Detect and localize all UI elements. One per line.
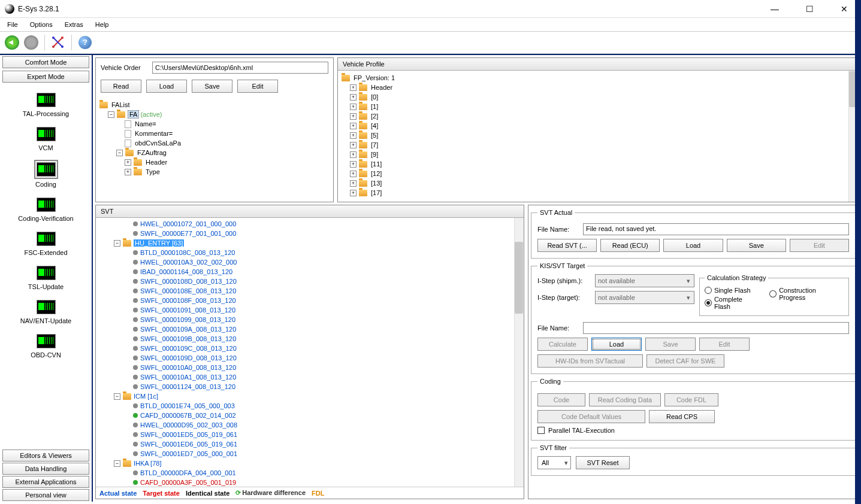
- personal-view-button[interactable]: Personal view: [2, 489, 89, 501]
- svt-tree-item[interactable]: SWFL_0000108D_008_013_120: [98, 277, 510, 286]
- vp-tree[interactable]: FP_Version: 1+Header+[0]+[1]+[2]+[4]+[5]…: [338, 71, 858, 202]
- tree-expand-icon[interactable]: +: [350, 84, 357, 91]
- tree-collapse-icon[interactable]: −: [114, 460, 120, 467]
- code-button[interactable]: Code: [537, 393, 585, 406]
- tree-expand-icon[interactable]: +: [350, 94, 357, 101]
- svt-tree-item[interactable]: SWFL_0000108F_008_013_120: [98, 296, 510, 305]
- editors-viewers-button[interactable]: Editors & Viewers: [2, 450, 89, 462]
- tree-expand-icon[interactable]: +: [350, 171, 357, 177]
- radio-construction-progress[interactable]: Construction Progress: [769, 287, 844, 301]
- vp-tree-item[interactable]: +[13]: [342, 178, 854, 188]
- read-svt-button[interactable]: Read SVT (...: [537, 239, 597, 252]
- vp-tree-item[interactable]: +[12]: [342, 169, 854, 178]
- tree-expand-icon[interactable]: +: [350, 180, 357, 187]
- data-handling-button[interactable]: Data Handling: [2, 463, 89, 475]
- nav-coding[interactable]: Coding: [0, 159, 92, 189]
- tree-expand-icon[interactable]: +: [350, 190, 357, 196]
- svt-tree-item[interactable]: CAFD_0000067B_002_014_002: [98, 411, 510, 420]
- minimize-button[interactable]: —: [763, 1, 787, 17]
- connect-button[interactable]: [50, 34, 67, 51]
- nav-tal-processing[interactable]: TAL-Processing: [0, 90, 92, 119]
- vp-tree-item[interactable]: +[7]: [342, 140, 854, 150]
- back-button[interactable]: [4, 34, 20, 51]
- read-ecu-button[interactable]: Read (ECU): [600, 239, 660, 252]
- radio-single-flash[interactable]: Single Flash: [705, 287, 760, 294]
- detect-caf-button[interactable]: Detect CAF for SWE: [646, 354, 724, 368]
- svt-tree-item[interactable]: SWFL_00001ED7_005_000_001: [98, 449, 510, 459]
- kis-edit-button[interactable]: Edit: [699, 338, 750, 351]
- svt-tree-item[interactable]: SWFL_00001099_008_013_120: [98, 315, 510, 324]
- tree-expand-icon[interactable]: +: [125, 159, 131, 166]
- vp-tree-item[interactable]: +[4]: [342, 121, 854, 130]
- svt-tree-item[interactable]: −IHKA [78]: [98, 459, 510, 468]
- radio-complete-flash[interactable]: Complete Flash: [705, 296, 760, 310]
- tree-expand-icon[interactable]: +: [350, 161, 357, 168]
- scrollbar-thumb[interactable]: [515, 242, 523, 314]
- vp-tree-item[interactable]: +[17]: [342, 188, 854, 198]
- svt-tree-item[interactable]: SWFL_000010A1_008_013_120: [98, 372, 510, 382]
- help-button[interactable]: ?: [77, 34, 93, 51]
- tree-collapse-icon[interactable]: −: [116, 150, 123, 156]
- tree-expand-icon[interactable]: +: [350, 142, 357, 148]
- vp-tree-item[interactable]: +[0]: [342, 92, 854, 102]
- vp-tree-item[interactable]: +[5]: [342, 130, 854, 140]
- comfort-mode-button[interactable]: Comfort Mode: [2, 56, 89, 68]
- calculate-button[interactable]: Calculate: [537, 338, 588, 351]
- nav-obd-cvn[interactable]: OBD-CVN: [0, 332, 92, 360]
- menu-options[interactable]: Options: [25, 20, 58, 29]
- svt-tree[interactable]: HWEL_00001072_001_000_000SWFL_00000E77_0…: [96, 218, 524, 487]
- maximize-button[interactable]: ☐: [797, 1, 821, 17]
- svt-tree-item[interactable]: −ICM [1c]: [98, 391, 510, 401]
- hwids-button[interactable]: HW-IDs from SVTactual: [537, 354, 643, 368]
- svt-tree-item[interactable]: SWFL_0000108E_008_013_120: [98, 286, 510, 296]
- scrollbar[interactable]: [514, 218, 524, 487]
- menu-extras[interactable]: Extras: [60, 20, 88, 29]
- svt-tree-item[interactable]: SWFL_00001ED5_005_019_061: [98, 430, 510, 439]
- svt-tree-item[interactable]: HWEL_00001072_001_000_000: [98, 219, 510, 229]
- vp-tree-item[interactable]: +Header: [342, 83, 854, 92]
- svt-tree-item[interactable]: SWFL_00000E77_001_001_000: [98, 229, 510, 238]
- kis-load-button[interactable]: Load: [591, 338, 642, 351]
- kis-file-name-input[interactable]: [583, 322, 849, 334]
- read-cps-button[interactable]: Read CPS: [649, 410, 715, 423]
- kis-save-button[interactable]: Save: [645, 338, 696, 351]
- nav-tsl-update[interactable]: TSL-Update: [0, 263, 92, 292]
- svt-tree-item[interactable]: SWFL_000010A0_008_013_120: [98, 363, 510, 372]
- tree-expand-icon[interactable]: +: [350, 104, 357, 110]
- vo-edit-button[interactable]: Edit: [237, 80, 278, 93]
- vo-path-input[interactable]: [152, 62, 328, 74]
- svt-tree-item[interactable]: BTLD_00000DFA_004_000_001: [98, 468, 510, 478]
- svt-tree-item[interactable]: −HU_ENTRY [63]: [98, 238, 510, 248]
- vo-read-button[interactable]: Read: [101, 80, 141, 93]
- tree-expand-icon[interactable]: +: [350, 113, 357, 120]
- external-applications-button[interactable]: External Applications: [2, 476, 89, 488]
- nav-vcm[interactable]: VCM: [0, 125, 92, 153]
- tree-collapse-icon[interactable]: −: [114, 393, 120, 400]
- svt-tree-item[interactable]: SWFL_00001124_008_013_120: [98, 382, 510, 391]
- tree-collapse-icon[interactable]: −: [108, 111, 114, 118]
- svt-tree-item[interactable]: BTLD_00001E74_005_000_003: [98, 401, 510, 411]
- istep-shipm-combo[interactable]: not available: [595, 274, 694, 287]
- svt-tree-item[interactable]: SWFL_0000109A_008_013_120: [98, 324, 510, 334]
- menu-help[interactable]: Help: [90, 20, 114, 29]
- close-button[interactable]: ✕: [832, 1, 856, 17]
- menu-file[interactable]: File: [2, 20, 23, 29]
- forward-button[interactable]: [23, 34, 40, 51]
- tree-expand-icon[interactable]: +: [350, 132, 357, 139]
- svt-tree-item[interactable]: SWFL_0000109B_008_013_120: [98, 334, 510, 344]
- vo-load-button[interactable]: Load: [146, 80, 187, 93]
- nav-fsc-extended[interactable]: FSC-Extended: [0, 229, 92, 257]
- svt-tree-item[interactable]: IBAD_00001164_008_013_120: [98, 267, 510, 277]
- svt-tree-item[interactable]: SWFL_00001091_008_013_120: [98, 305, 510, 315]
- nav-nav-ent-update[interactable]: NAV/ENT-Update: [0, 297, 92, 326]
- svt-reset-button[interactable]: SVT Reset: [576, 456, 630, 469]
- expert-mode-button[interactable]: Expert Mode: [2, 71, 89, 83]
- filter-combo[interactable]: All: [537, 456, 571, 469]
- vp-tree-item[interactable]: +[9]: [342, 150, 854, 159]
- vp-tree-item[interactable]: +[2]: [342, 111, 854, 121]
- istep-target-combo[interactable]: not available: [595, 291, 694, 304]
- vo-save-button[interactable]: Save: [192, 80, 232, 93]
- nav-coding-verification[interactable]: Coding-Verification: [0, 195, 92, 223]
- tree-expand-icon[interactable]: +: [125, 169, 131, 175]
- tree-expand-icon[interactable]: +: [350, 151, 357, 158]
